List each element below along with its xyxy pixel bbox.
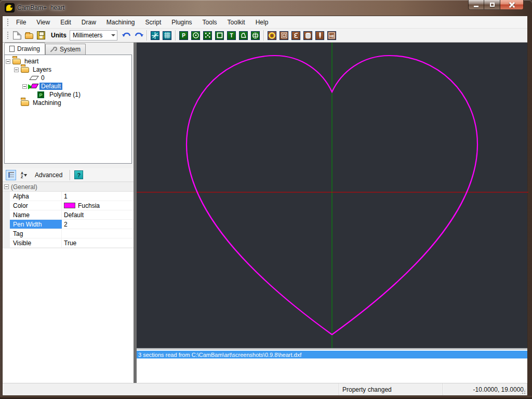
vengrave-button[interactable] [314,30,326,41]
pocket-button[interactable] [278,30,290,41]
draw-polyline-button[interactable]: P [178,30,190,41]
property-name[interactable]: Alpha [10,192,62,201]
drill-button[interactable] [302,30,314,41]
panel-filler [3,248,134,383]
grid-button[interactable] [161,30,173,41]
sort-alphabetical-icon: AZ [21,171,23,179]
property-row-pen-width[interactable]: Pen Width 2 [3,220,134,229]
tab-system[interactable]: System [45,44,86,55]
tree-label[interactable]: 0 [39,74,46,82]
menu-tools[interactable]: Tools [197,17,222,28]
open-file-button[interactable] [23,30,35,41]
draw-rectangle-button[interactable] [214,30,225,41]
menu-grip[interactable] [7,18,9,26]
toolbar-separator [147,30,147,41]
polyline-icon: P [37,91,44,98]
close-button[interactable] [500,0,524,10]
property-value[interactable] [62,229,134,238]
folder-icon [21,100,29,106]
property-value[interactable]: 1 [62,192,134,201]
toolbar-grip[interactable] [7,31,9,39]
window-title: CamBam+ heart [17,4,64,11]
property-row-visible[interactable]: Visible True [3,238,134,248]
collapse-icon[interactable] [14,68,19,72]
menu-draw[interactable]: Draw [76,17,101,28]
layer-icon [29,76,39,80]
property-row-tag[interactable]: Tag [3,229,134,238]
property-row-color[interactable]: Color Fuchsia [3,201,134,210]
engrave-button[interactable] [290,30,302,41]
categorized-button[interactable] [6,170,16,180]
draw-circle-button[interactable] [190,30,202,41]
tree-label[interactable]: Layers [31,66,53,73]
drill-icon [303,31,312,40]
tree-label[interactable]: Machining [31,99,63,107]
tree-item-layer-0[interactable]: 0 [6,74,130,82]
property-value[interactable]: True [62,238,134,247]
redo-button[interactable] [132,30,144,41]
menu-plugins[interactable]: Plugins [166,17,197,28]
advanced-button[interactable]: Advanced [32,170,65,180]
help-button[interactable]: ? [74,170,83,179]
draw-surface-button[interactable] [249,30,261,41]
category-general[interactable]: (General) [3,182,134,192]
new-file-button[interactable] [11,30,23,41]
menu-machining[interactable]: Machining [101,17,140,28]
tree-item-machining[interactable]: Machining [6,99,130,107]
draw-arc-button[interactable] [237,30,249,41]
category-label: (General) [11,183,37,191]
property-name[interactable]: Tag [10,229,62,238]
draw-points-button[interactable] [202,30,214,41]
drawing-canvas[interactable] [137,43,527,348]
tab-drawing-label: Drawing [17,45,40,52]
tab-drawing[interactable]: Drawing [4,43,45,55]
save-file-button[interactable] [35,30,47,41]
point-list-icon [203,31,212,40]
collapse-icon[interactable] [4,184,9,189]
panel-tabs: Drawing System [3,43,134,55]
tree-item-layers[interactable]: Layers [6,65,130,74]
title-bar[interactable]: CamBam+ heart [0,0,532,16]
app-window: CamBam+ heart File View Edit Draw Machin… [0,0,532,399]
property-row-name[interactable]: Name Default [3,210,134,220]
property-value[interactable]: Fuchsia [62,201,134,210]
menu-script[interactable]: Script [140,17,167,28]
units-label: Units [51,32,66,39]
axes-snap-button[interactable] [149,30,161,41]
profile-button[interactable] [266,30,278,41]
tree-item-layer-default[interactable]: Default [6,82,130,90]
text-icon: T [227,31,236,40]
main-toolbar: Units Millimeters [3,29,527,43]
color-swatch [64,203,75,208]
collapse-icon[interactable] [6,59,10,64]
chevron-down-icon[interactable] [109,31,117,40]
units-dropdown[interactable]: Millimeters [70,30,117,41]
menu-file[interactable]: File [11,17,31,28]
menu-view[interactable]: View [31,17,55,28]
menu-toolkit[interactable]: Toolkit [222,17,250,28]
tree-label[interactable]: heart [23,58,40,65]
property-value[interactable]: Default [62,210,134,219]
collapse-icon[interactable] [22,84,27,89]
tree-label[interactable]: Polyline (1) [48,91,82,98]
app-logo-icon [5,4,14,12]
maximize-button[interactable] [484,0,500,10]
draw-text-button[interactable]: T [225,30,237,41]
property-name[interactable]: Visible [10,238,62,247]
status-coordinates: -10.0000, 19.0000 [443,383,527,395]
property-value[interactable]: 2 [62,220,134,229]
property-name[interactable]: Pen Width [10,220,62,229]
menu-edit[interactable]: Edit [55,17,76,28]
property-name[interactable]: Name [10,210,62,219]
sort-alphabetical-button[interactable]: AZ [18,170,30,180]
log-message-selected[interactable]: 3 sections read from C:\CamBam\art\scree… [137,351,527,358]
minimize-button[interactable] [468,0,484,10]
undo-button[interactable] [121,30,132,41]
heightmap-button[interactable]: HE [326,30,338,41]
message-log[interactable]: 3 sections read from C:\CamBam\art\scree… [137,348,527,383]
menu-help[interactable]: Help [250,17,274,28]
wrench-icon [50,47,57,52]
property-row-alpha[interactable]: Alpha 1 [3,192,134,201]
tree-label-selected[interactable]: Default [39,83,62,90]
property-name[interactable]: Color [10,201,62,210]
